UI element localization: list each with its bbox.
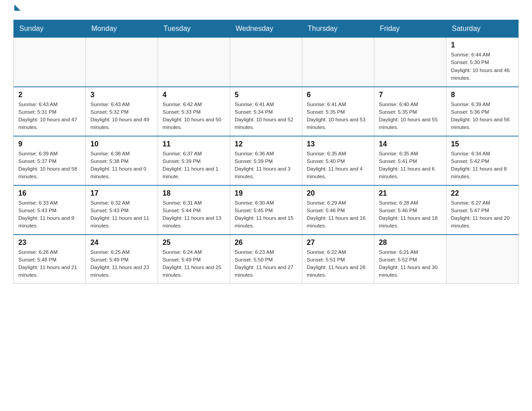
day-number: 25 (163, 239, 225, 247)
day-number: 20 (307, 189, 369, 197)
calendar-cell: 7Sunrise: 6:40 AMSunset: 5:35 PMDaylight… (374, 87, 446, 136)
calendar-week-row: 1Sunrise: 6:44 AMSunset: 5:30 PMDaylight… (14, 38, 519, 87)
day-number: 3 (90, 91, 153, 99)
day-info: Sunrise: 6:41 AMSunset: 5:35 PMDaylight:… (307, 101, 369, 132)
day-info: Sunrise: 6:39 AMSunset: 5:37 PMDaylight:… (18, 150, 81, 181)
calendar-cell: 27Sunrise: 6:22 AMSunset: 5:51 PMDayligh… (302, 235, 374, 284)
weekday-header-row: SundayMondayTuesdayWednesdayThursdayFrid… (14, 20, 519, 38)
day-info: Sunrise: 6:23 AMSunset: 5:50 PMDaylight:… (235, 248, 297, 279)
day-number: 6 (307, 91, 369, 99)
day-info: Sunrise: 6:29 AMSunset: 5:46 PMDaylight:… (307, 199, 369, 230)
calendar-cell: 6Sunrise: 6:41 AMSunset: 5:35 PMDaylight… (302, 87, 374, 136)
day-number: 28 (379, 239, 442, 247)
calendar-cell: 3Sunrise: 6:43 AMSunset: 5:32 PMDaylight… (86, 87, 158, 136)
calendar-cell: 1Sunrise: 6:44 AMSunset: 5:30 PMDaylight… (446, 38, 519, 87)
day-info: Sunrise: 6:36 AMSunset: 5:39 PMDaylight:… (235, 150, 297, 181)
day-info: Sunrise: 6:35 AMSunset: 5:40 PMDaylight:… (307, 150, 369, 181)
calendar-table: SundayMondayTuesdayWednesdayThursdayFrid… (13, 20, 519, 284)
day-info: Sunrise: 6:31 AMSunset: 5:44 PMDaylight:… (163, 199, 225, 230)
logo-triangle-icon (14, 4, 21, 11)
day-number: 17 (90, 189, 153, 197)
day-number: 21 (379, 189, 442, 197)
calendar-cell: 18Sunrise: 6:31 AMSunset: 5:44 PMDayligh… (158, 185, 230, 235)
day-info: Sunrise: 6:24 AMSunset: 5:49 PMDaylight:… (163, 248, 225, 279)
day-info: Sunrise: 6:43 AMSunset: 5:31 PMDaylight:… (18, 101, 81, 132)
day-number: 24 (90, 239, 153, 247)
calendar-cell (86, 38, 158, 87)
weekday-header-tuesday: Tuesday (158, 20, 230, 38)
calendar-cell: 22Sunrise: 6:27 AMSunset: 5:47 PMDayligh… (446, 185, 519, 235)
calendar-week-row: 23Sunrise: 6:26 AMSunset: 5:48 PMDayligh… (14, 235, 519, 284)
calendar-cell: 12Sunrise: 6:36 AMSunset: 5:39 PMDayligh… (230, 136, 302, 185)
calendar-cell: 24Sunrise: 6:25 AMSunset: 5:49 PMDayligh… (86, 235, 158, 284)
day-info: Sunrise: 6:26 AMSunset: 5:48 PMDaylight:… (18, 248, 81, 279)
day-info: Sunrise: 6:41 AMSunset: 5:34 PMDaylight:… (235, 101, 297, 132)
calendar-cell: 8Sunrise: 6:39 AMSunset: 5:36 PMDaylight… (446, 87, 519, 136)
day-info: Sunrise: 6:35 AMSunset: 5:41 PMDaylight:… (379, 150, 442, 181)
day-number: 8 (451, 91, 514, 99)
day-number: 9 (18, 140, 81, 148)
calendar-week-row: 16Sunrise: 6:33 AMSunset: 5:43 PMDayligh… (14, 185, 519, 235)
day-number: 7 (379, 91, 442, 99)
calendar-cell: 15Sunrise: 6:34 AMSunset: 5:42 PMDayligh… (446, 136, 519, 185)
calendar-cell: 5Sunrise: 6:41 AMSunset: 5:34 PMDaylight… (230, 87, 302, 136)
calendar-cell: 4Sunrise: 6:42 AMSunset: 5:33 PMDaylight… (158, 87, 230, 136)
calendar-cell: 10Sunrise: 6:38 AMSunset: 5:38 PMDayligh… (86, 136, 158, 185)
weekday-header-monday: Monday (86, 20, 158, 38)
weekday-header-friday: Friday (374, 20, 446, 38)
day-number: 12 (235, 140, 297, 148)
weekday-header-saturday: Saturday (446, 20, 519, 38)
calendar-cell: 16Sunrise: 6:33 AMSunset: 5:43 PMDayligh… (14, 185, 86, 235)
day-info: Sunrise: 6:25 AMSunset: 5:49 PMDaylight:… (90, 248, 153, 279)
calendar-cell: 21Sunrise: 6:28 AMSunset: 5:46 PMDayligh… (374, 185, 446, 235)
day-number: 14 (379, 140, 442, 148)
weekday-header-wednesday: Wednesday (230, 20, 302, 38)
calendar-cell: 9Sunrise: 6:39 AMSunset: 5:37 PMDaylight… (14, 136, 86, 185)
calendar-cell: 11Sunrise: 6:37 AMSunset: 5:39 PMDayligh… (158, 136, 230, 185)
day-info: Sunrise: 6:43 AMSunset: 5:32 PMDaylight:… (90, 101, 153, 132)
calendar-cell (446, 235, 519, 284)
day-number: 5 (235, 91, 297, 99)
weekday-header-thursday: Thursday (302, 20, 374, 38)
day-number: 22 (451, 189, 514, 197)
day-info: Sunrise: 6:37 AMSunset: 5:39 PMDaylight:… (163, 150, 225, 181)
day-info: Sunrise: 6:44 AMSunset: 5:30 PMDaylight:… (451, 51, 514, 82)
weekday-header-sunday: Sunday (14, 20, 86, 38)
calendar-cell: 25Sunrise: 6:24 AMSunset: 5:49 PMDayligh… (158, 235, 230, 284)
day-number: 11 (163, 140, 225, 148)
calendar-cell (302, 38, 374, 87)
day-number: 23 (18, 239, 81, 247)
day-info: Sunrise: 6:21 AMSunset: 5:52 PMDaylight:… (379, 248, 442, 279)
calendar-cell: 13Sunrise: 6:35 AMSunset: 5:40 PMDayligh… (302, 136, 374, 185)
header (13, 9, 519, 11)
calendar-cell (14, 38, 86, 87)
day-number: 16 (18, 189, 81, 197)
calendar-cell: 23Sunrise: 6:26 AMSunset: 5:48 PMDayligh… (14, 235, 86, 284)
calendar-cell: 28Sunrise: 6:21 AMSunset: 5:52 PMDayligh… (374, 235, 446, 284)
day-number: 15 (451, 140, 514, 148)
day-number: 26 (235, 239, 297, 247)
day-number: 4 (163, 91, 225, 99)
day-info: Sunrise: 6:32 AMSunset: 5:43 PMDaylight:… (90, 199, 153, 230)
day-info: Sunrise: 6:28 AMSunset: 5:46 PMDaylight:… (379, 199, 442, 230)
day-info: Sunrise: 6:34 AMSunset: 5:42 PMDaylight:… (451, 150, 514, 181)
day-info: Sunrise: 6:22 AMSunset: 5:51 PMDaylight:… (307, 248, 369, 279)
calendar-cell: 17Sunrise: 6:32 AMSunset: 5:43 PMDayligh… (86, 185, 158, 235)
calendar-cell (374, 38, 446, 87)
calendar-week-row: 2Sunrise: 6:43 AMSunset: 5:31 PMDaylight… (14, 87, 519, 136)
day-info: Sunrise: 6:40 AMSunset: 5:35 PMDaylight:… (379, 101, 442, 132)
day-number: 19 (235, 189, 297, 197)
calendar-cell: 19Sunrise: 6:30 AMSunset: 5:45 PMDayligh… (230, 185, 302, 235)
day-number: 18 (163, 189, 225, 197)
calendar-cell (158, 38, 230, 87)
day-number: 1 (451, 41, 514, 49)
day-number: 2 (18, 91, 81, 99)
day-info: Sunrise: 6:39 AMSunset: 5:36 PMDaylight:… (451, 101, 514, 132)
calendar-cell: 20Sunrise: 6:29 AMSunset: 5:46 PMDayligh… (302, 185, 374, 235)
day-info: Sunrise: 6:27 AMSunset: 5:47 PMDaylight:… (451, 199, 514, 230)
calendar-week-row: 9Sunrise: 6:39 AMSunset: 5:37 PMDaylight… (14, 136, 519, 185)
calendar-cell: 2Sunrise: 6:43 AMSunset: 5:31 PMDaylight… (14, 87, 86, 136)
day-info: Sunrise: 6:33 AMSunset: 5:43 PMDaylight:… (18, 199, 81, 230)
day-number: 27 (307, 239, 369, 247)
day-number: 13 (307, 140, 369, 148)
